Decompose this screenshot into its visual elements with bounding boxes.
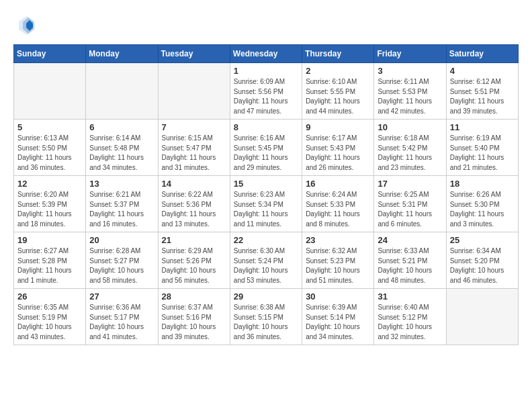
day-info: Sunrise: 6:39 AM Sunset: 5:14 PM Dayligh… — [306, 303, 370, 342]
day-number: 26 — [17, 291, 82, 302]
day-info: Sunrise: 6:38 AM Sunset: 5:15 PM Dayligh… — [234, 303, 298, 342]
day-number: 8 — [234, 122, 298, 132]
calendar-cell: 16Sunrise: 6:24 AM Sunset: 5:33 PM Dayli… — [302, 176, 374, 232]
day-info: Sunrise: 6:19 AM Sunset: 5:40 PM Dayligh… — [450, 134, 515, 173]
calendar-week-row: 12Sunrise: 6:20 AM Sunset: 5:39 PM Dayli… — [14, 176, 519, 232]
day-number: 29 — [234, 291, 298, 302]
day-info: Sunrise: 6:21 AM Sunset: 5:37 PM Dayligh… — [89, 190, 154, 229]
day-number: 16 — [306, 179, 370, 189]
calendar-cell — [446, 289, 518, 345]
day-info: Sunrise: 6:26 AM Sunset: 5:30 PM Dayligh… — [450, 190, 515, 229]
calendar-cell: 21Sunrise: 6:29 AM Sunset: 5:26 PM Dayli… — [158, 232, 230, 289]
day-info: Sunrise: 6:27 AM Sunset: 5:28 PM Dayligh… — [17, 246, 82, 285]
calendar-cell: 11Sunrise: 6:19 AM Sunset: 5:40 PM Dayli… — [446, 120, 518, 176]
day-number: 27 — [89, 291, 154, 302]
day-number: 12 — [17, 179, 82, 189]
day-info: Sunrise: 6:11 AM Sunset: 5:53 PM Dayligh… — [378, 77, 442, 116]
calendar-cell: 20Sunrise: 6:28 AM Sunset: 5:27 PM Dayli… — [86, 232, 158, 289]
day-number: 13 — [89, 179, 154, 189]
day-number: 20 — [89, 235, 154, 245]
day-number: 3 — [378, 66, 442, 76]
weekday-friday: Friday — [374, 45, 446, 63]
logo-icon — [13, 13, 38, 38]
day-number: 30 — [306, 291, 370, 302]
calendar-cell: 2Sunrise: 6:10 AM Sunset: 5:55 PM Daylig… — [302, 63, 374, 120]
day-number: 31 — [378, 291, 442, 302]
calendar-cell — [14, 63, 86, 120]
day-number: 6 — [89, 122, 154, 132]
calendar-table: SundayMondayTuesdayWednesdayThursdayFrid… — [13, 44, 519, 345]
calendar-cell: 22Sunrise: 6:30 AM Sunset: 5:24 PM Dayli… — [230, 232, 302, 289]
day-info: Sunrise: 6:22 AM Sunset: 5:36 PM Dayligh… — [162, 190, 226, 229]
day-info: Sunrise: 6:15 AM Sunset: 5:47 PM Dayligh… — [162, 134, 226, 173]
day-number: 15 — [234, 179, 298, 189]
day-info: Sunrise: 6:09 AM Sunset: 5:56 PM Dayligh… — [234, 77, 298, 116]
day-info: Sunrise: 6:17 AM Sunset: 5:43 PM Dayligh… — [306, 134, 370, 173]
calendar-cell: 25Sunrise: 6:34 AM Sunset: 5:20 PM Dayli… — [446, 232, 518, 289]
day-info: Sunrise: 6:28 AM Sunset: 5:27 PM Dayligh… — [89, 246, 154, 285]
calendar-cell: 17Sunrise: 6:25 AM Sunset: 5:31 PM Dayli… — [374, 176, 446, 232]
day-info: Sunrise: 6:37 AM Sunset: 5:16 PM Dayligh… — [162, 303, 226, 342]
calendar-cell: 6Sunrise: 6:14 AM Sunset: 5:48 PM Daylig… — [86, 120, 158, 176]
calendar-cell: 1Sunrise: 6:09 AM Sunset: 5:56 PM Daylig… — [230, 63, 302, 120]
calendar-cell: 27Sunrise: 6:36 AM Sunset: 5:17 PM Dayli… — [86, 289, 158, 345]
calendar-cell: 19Sunrise: 6:27 AM Sunset: 5:28 PM Dayli… — [14, 232, 86, 289]
calendar-cell — [86, 63, 158, 120]
calendar-cell: 23Sunrise: 6:32 AM Sunset: 5:23 PM Dayli… — [302, 232, 374, 289]
day-info: Sunrise: 6:12 AM Sunset: 5:51 PM Dayligh… — [450, 77, 515, 116]
calendar-cell: 28Sunrise: 6:37 AM Sunset: 5:16 PM Dayli… — [158, 289, 230, 345]
day-number: 9 — [306, 122, 370, 132]
day-number: 5 — [17, 122, 82, 132]
day-number: 10 — [378, 122, 442, 132]
day-number: 21 — [162, 235, 226, 245]
weekday-sunday: Sunday — [14, 45, 86, 63]
calendar-cell: 29Sunrise: 6:38 AM Sunset: 5:15 PM Dayli… — [230, 289, 302, 345]
calendar-cell: 3Sunrise: 6:11 AM Sunset: 5:53 PM Daylig… — [374, 63, 446, 120]
calendar-cell: 12Sunrise: 6:20 AM Sunset: 5:39 PM Dayli… — [14, 176, 86, 232]
day-info: Sunrise: 6:18 AM Sunset: 5:42 PM Dayligh… — [378, 134, 442, 173]
day-number: 28 — [162, 291, 226, 302]
calendar-week-row: 26Sunrise: 6:35 AM Sunset: 5:19 PM Dayli… — [14, 289, 519, 345]
day-number: 23 — [306, 235, 370, 245]
weekday-tuesday: Tuesday — [158, 45, 230, 63]
calendar-week-row: 1Sunrise: 6:09 AM Sunset: 5:56 PM Daylig… — [14, 63, 519, 120]
day-number: 18 — [450, 179, 515, 189]
calendar-cell: 8Sunrise: 6:16 AM Sunset: 5:45 PM Daylig… — [230, 120, 302, 176]
calendar-cell: 5Sunrise: 6:13 AM Sunset: 5:50 PM Daylig… — [14, 120, 86, 176]
weekday-header-row: SundayMondayTuesdayWednesdayThursdayFrid… — [14, 45, 519, 63]
day-number: 17 — [378, 179, 442, 189]
day-number: 19 — [17, 235, 82, 245]
day-info: Sunrise: 6:30 AM Sunset: 5:24 PM Dayligh… — [234, 246, 298, 285]
day-info: Sunrise: 6:35 AM Sunset: 5:19 PM Dayligh… — [17, 303, 82, 342]
day-number: 4 — [450, 66, 515, 76]
calendar-cell: 4Sunrise: 6:12 AM Sunset: 5:51 PM Daylig… — [446, 63, 518, 120]
day-info: Sunrise: 6:13 AM Sunset: 5:50 PM Dayligh… — [17, 134, 82, 173]
calendar-cell: 18Sunrise: 6:26 AM Sunset: 5:30 PM Dayli… — [446, 176, 518, 232]
calendar-cell: 7Sunrise: 6:15 AM Sunset: 5:47 PM Daylig… — [158, 120, 230, 176]
day-info: Sunrise: 6:20 AM Sunset: 5:39 PM Dayligh… — [17, 190, 82, 229]
day-number: 24 — [378, 235, 442, 245]
page-header — [13, 13, 519, 38]
day-info: Sunrise: 6:34 AM Sunset: 5:20 PM Dayligh… — [450, 246, 515, 285]
calendar-cell: 9Sunrise: 6:17 AM Sunset: 5:43 PM Daylig… — [302, 120, 374, 176]
day-info: Sunrise: 6:33 AM Sunset: 5:21 PM Dayligh… — [378, 246, 442, 285]
day-number: 1 — [234, 66, 298, 76]
calendar-cell: 24Sunrise: 6:33 AM Sunset: 5:21 PM Dayli… — [374, 232, 446, 289]
day-number: 14 — [162, 179, 226, 189]
calendar-cell: 13Sunrise: 6:21 AM Sunset: 5:37 PM Dayli… — [86, 176, 158, 232]
calendar-cell: 10Sunrise: 6:18 AM Sunset: 5:42 PM Dayli… — [374, 120, 446, 176]
day-info: Sunrise: 6:10 AM Sunset: 5:55 PM Dayligh… — [306, 77, 370, 116]
day-info: Sunrise: 6:32 AM Sunset: 5:23 PM Dayligh… — [306, 246, 370, 285]
weekday-wednesday: Wednesday — [230, 45, 302, 63]
weekday-saturday: Saturday — [446, 45, 518, 63]
day-info: Sunrise: 6:14 AM Sunset: 5:48 PM Dayligh… — [89, 134, 154, 173]
day-info: Sunrise: 6:24 AM Sunset: 5:33 PM Dayligh… — [306, 190, 370, 229]
day-info: Sunrise: 6:40 AM Sunset: 5:12 PM Dayligh… — [378, 303, 442, 342]
calendar-cell: 15Sunrise: 6:23 AM Sunset: 5:34 PM Dayli… — [230, 176, 302, 232]
calendar-cell: 14Sunrise: 6:22 AM Sunset: 5:36 PM Dayli… — [158, 176, 230, 232]
calendar-cell: 31Sunrise: 6:40 AM Sunset: 5:12 PM Dayli… — [374, 289, 446, 345]
day-number: 11 — [450, 122, 515, 132]
calendar-cell — [158, 63, 230, 120]
day-number: 2 — [306, 66, 370, 76]
calendar-week-row: 19Sunrise: 6:27 AM Sunset: 5:28 PM Dayli… — [14, 232, 519, 289]
